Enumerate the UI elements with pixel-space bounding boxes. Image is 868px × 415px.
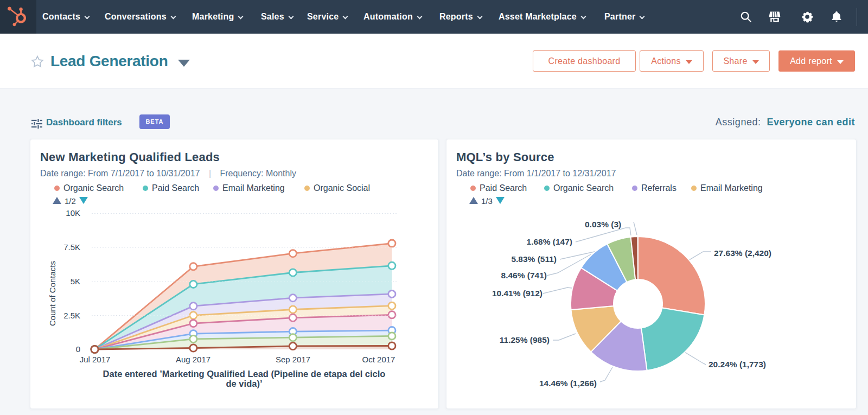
svg-text:11.25% (985): 11.25% (985): [500, 335, 550, 344]
svg-text:Date entered ’Marketing Qualif: Date entered ’Marketing Qualified Lead (…: [103, 369, 386, 379]
svg-text:27.63% (2,420): 27.63% (2,420): [714, 248, 771, 258]
svg-text:Sep 2017: Sep 2017: [276, 355, 310, 364]
svg-text:0.03% (3): 0.03% (3): [585, 220, 621, 229]
svg-text:5K: 5K: [71, 277, 80, 286]
svg-text:0: 0: [76, 344, 80, 354]
svg-text:2.5K: 2.5K: [63, 311, 80, 320]
svg-text:8.46% (741): 8.46% (741): [501, 271, 547, 280]
svg-text:Count of Contacts: Count of Contacts: [48, 261, 57, 326]
svg-text:10K: 10K: [66, 209, 80, 218]
svg-text:5.83% (511): 5.83% (511): [511, 254, 557, 264]
svg-text:20.24% (1,773): 20.24% (1,773): [709, 360, 766, 369]
svg-text:14.46% (1,266): 14.46% (1,266): [539, 379, 597, 388]
svg-text:7.5K: 7.5K: [63, 242, 80, 252]
svg-text:1.68% (147): 1.68% (147): [527, 237, 572, 246]
svg-text:Aug 2017: Aug 2017: [176, 355, 210, 364]
svg-text:Oct 2017: Oct 2017: [362, 355, 395, 364]
svg-text:Jul 2017: Jul 2017: [80, 355, 111, 364]
svg-text:de vida)’: de vida)’: [226, 379, 263, 388]
svg-text:10.41% (912): 10.41% (912): [492, 289, 542, 298]
